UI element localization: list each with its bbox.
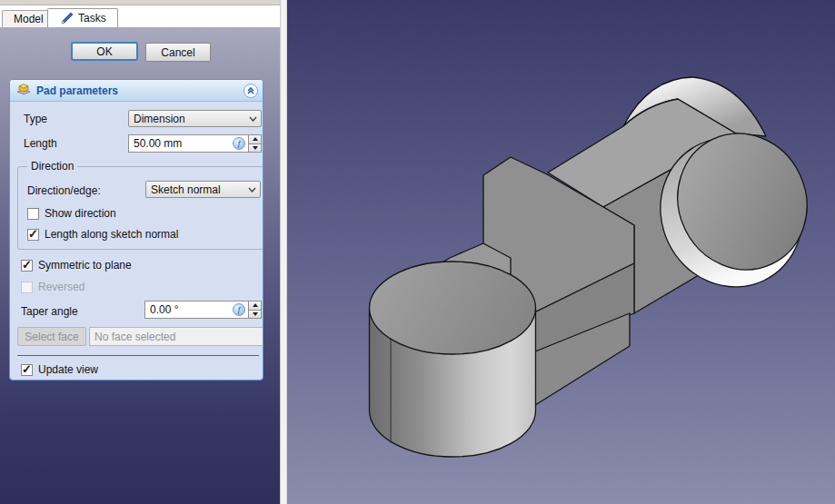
- tab-model-label: Model: [14, 13, 44, 25]
- symmetric-to-plane-checkbox[interactable]: Symmetric to plane: [21, 259, 132, 272]
- taper-angle-spinbox[interactable]: 0.00 ° ƒ: [144, 301, 262, 319]
- triangle-down-icon: [253, 312, 258, 316]
- show-direction-label: Show direction: [45, 207, 116, 220]
- expression-icon[interactable]: ƒ: [233, 303, 245, 316]
- 3d-viewport[interactable]: [287, 0, 835, 504]
- update-view-label: Update view: [38, 363, 98, 376]
- pencil-icon: [59, 11, 74, 25]
- cancel-button[interactable]: Cancel: [145, 43, 211, 62]
- checkbox-checked-icon: [21, 260, 33, 272]
- pad-parameters-box: Pad parameters Type Dimension: [9, 79, 263, 380]
- triangle-up-icon: [253, 137, 258, 141]
- length-label: Length: [24, 137, 57, 150]
- direction-groupbox: Direction Direction/edge: Sketch normal …: [17, 166, 263, 250]
- type-combobox[interactable]: Dimension: [128, 110, 262, 127]
- reversed-checkbox: Reversed: [21, 281, 84, 293]
- pad-parameters-body: Type Dimension Length 50.00 mm ƒ: [10, 102, 263, 380]
- checkbox-checked-icon: [21, 364, 33, 376]
- front-cylinder-top-face: [370, 262, 536, 354]
- tab-tasks-label: Tasks: [78, 12, 106, 25]
- taper-angle-label: Taper angle: [21, 305, 78, 318]
- no-face-selected-text: No face selected: [94, 331, 175, 343]
- length-spinbox[interactable]: 50.00 mm ƒ: [128, 134, 262, 153]
- task-area: OK Cancel Pad parameters: [0, 27, 280, 504]
- show-direction-checkbox[interactable]: Show direction: [27, 207, 116, 220]
- direction-edge-value: Sketch normal: [146, 183, 244, 196]
- taper-spin-buttons: [248, 301, 262, 319]
- length-value: 50.00 mm: [129, 137, 182, 150]
- symmetric-label: Symmetric to plane: [38, 259, 132, 272]
- length-field[interactable]: 50.00 mm ƒ: [128, 134, 248, 153]
- checkbox-checked-icon: [27, 229, 39, 241]
- taper-field[interactable]: 0.00 ° ƒ: [144, 301, 248, 319]
- 3d-scene: [287, 0, 835, 504]
- direction-edge-label: Direction/edge:: [27, 184, 101, 197]
- collapse-button[interactable]: [244, 84, 258, 98]
- reversed-label: Reversed: [38, 281, 84, 293]
- spin-down-button[interactable]: [248, 144, 262, 153]
- task-panel: Model Tasks OK Cancel: [0, 0, 280, 504]
- divider: [17, 355, 259, 356]
- face-selection-field: No face selected: [89, 327, 263, 346]
- update-view-checkbox[interactable]: Update view: [21, 363, 98, 376]
- panel-splitter[interactable]: [280, 0, 287, 504]
- task-buttons: OK Cancel: [0, 42, 280, 64]
- triangle-up-icon: [253, 303, 258, 307]
- spin-down-button[interactable]: [248, 311, 262, 320]
- freecad-window: Model Tasks OK Cancel: [0, 0, 835, 504]
- chevron-down-icon: [245, 116, 261, 122]
- length-along-normal-label: Length along sketch normal: [45, 228, 178, 241]
- type-label: Type: [24, 113, 47, 125]
- checkbox-icon: [27, 208, 39, 220]
- type-value: Dimension: [129, 113, 245, 125]
- chevron-down-icon: [244, 187, 260, 193]
- spin-up-button[interactable]: [248, 134, 262, 144]
- taper-value: 0.00 °: [145, 303, 179, 316]
- pad-parameters-title: Pad parameters: [36, 84, 118, 97]
- direction-group-label: Direction: [27, 160, 77, 173]
- tab-tasks[interactable]: Tasks: [47, 8, 118, 27]
- length-spin-buttons: [248, 134, 262, 153]
- direction-edge-combobox[interactable]: Sketch normal: [145, 181, 261, 198]
- triangle-down-icon: [253, 146, 258, 150]
- select-face-button: Select face: [17, 327, 86, 346]
- pad-parameters-header[interactable]: Pad parameters: [10, 80, 263, 102]
- length-along-normal-checkbox[interactable]: Length along sketch normal: [27, 228, 178, 241]
- ok-button[interactable]: OK: [71, 42, 138, 61]
- panel-tabbar: Model Tasks: [0, 5, 280, 27]
- spin-up-button[interactable]: [248, 301, 262, 311]
- checkbox-disabled-icon: [21, 282, 33, 293]
- pad-icon: [15, 83, 32, 98]
- expression-icon[interactable]: ƒ: [233, 137, 245, 150]
